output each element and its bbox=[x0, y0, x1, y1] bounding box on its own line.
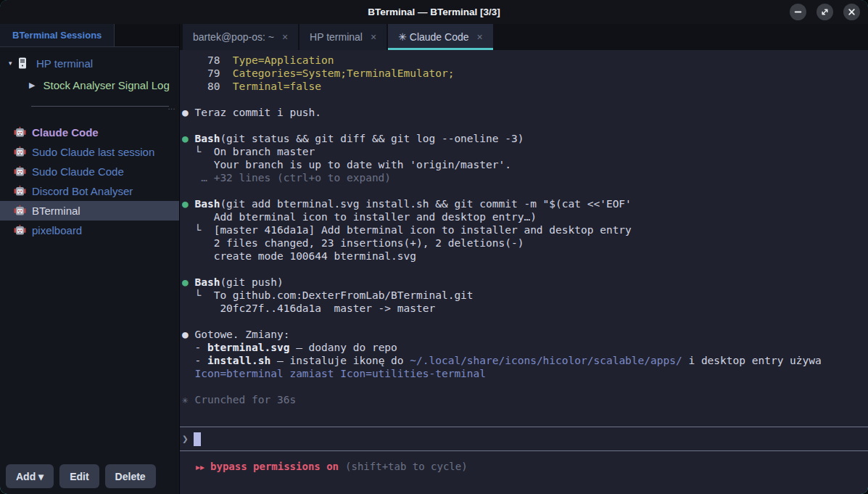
close-icon[interactable]: × bbox=[371, 31, 376, 43]
terminal-line: 80 Terminal=false bbox=[182, 80, 868, 93]
terminal-output[interactable]: 78 Type=Application 79 Categories=System… bbox=[180, 50, 868, 427]
session-label: BTerminal bbox=[32, 205, 80, 217]
terminal-line: └ On branch master bbox=[182, 145, 868, 158]
window-controls bbox=[790, 4, 860, 20]
tree-item-stock-analyser-signal-log[interactable]: ▶ Stock Analyser Signal Log bbox=[0, 74, 179, 96]
terminal-line: 2 files changed, 23 insertions(+), 2 del… bbox=[182, 236, 868, 250]
divider-line bbox=[31, 106, 169, 107]
edit-button[interactable]: Edit bbox=[59, 464, 99, 488]
session-label: Sudo Claude last session bbox=[32, 146, 154, 158]
permissions-mode-text: bypass permissions on bbox=[210, 461, 339, 472]
sessions-panel-tab[interactable]: BTerminal Sessions bbox=[0, 24, 115, 46]
text-cursor bbox=[194, 432, 201, 446]
terminal-line: Your branch is up to date with 'origin/m… bbox=[182, 158, 868, 171]
terminal-line: - install.sh — instaluje ikonę do ~/.loc… bbox=[182, 354, 868, 367]
terminal-line bbox=[182, 263, 868, 276]
window-title: BTerminal — BTerminal [3/3] bbox=[0, 7, 868, 17]
terminal-line bbox=[182, 380, 868, 393]
minimize-button[interactable] bbox=[790, 4, 806, 20]
tab-bartek-pop-os[interactable]: bartek@pop-os: ~× bbox=[183, 24, 298, 50]
terminal-line bbox=[182, 93, 868, 106]
terminal-line bbox=[182, 315, 868, 328]
prompt-input[interactable]: ❯ bbox=[180, 427, 868, 451]
session-label: Claude Code bbox=[32, 126, 99, 139]
app-window: BTerminal — BTerminal [3/3] BTerminal Se… bbox=[0, 0, 868, 494]
terminal-line: Icon=bterminal zamiast Icon=utilities-te… bbox=[182, 367, 868, 380]
double-arrow-icon: ▸▸ bbox=[196, 462, 204, 472]
session-label: pixelboard bbox=[32, 224, 82, 236]
terminal-line bbox=[182, 184, 868, 197]
content-area: bartek@pop-os: ~×HP terminal×✳ Claude Co… bbox=[180, 24, 868, 494]
terminal-line bbox=[182, 119, 868, 132]
play-icon: ▶ bbox=[29, 81, 35, 90]
terminal-line: ● Bash(git push) bbox=[182, 276, 868, 289]
tabbar: bartek@pop-os: ~×HP terminal×✳ Claude Co… bbox=[180, 24, 868, 50]
minimize-icon bbox=[794, 8, 802, 16]
robot-icon bbox=[14, 224, 26, 236]
tab-claude-code[interactable]: ✳ Claude Code× bbox=[388, 24, 493, 50]
session-item-claude-code[interactable]: Claude Code bbox=[0, 123, 179, 142]
close-button[interactable] bbox=[843, 4, 860, 20]
tree-item-label: HP terminal bbox=[36, 57, 93, 70]
sidebar-header-row: BTerminal Sessions bbox=[0, 24, 179, 47]
titlebar[interactable]: BTerminal — BTerminal [3/3] bbox=[0, 0, 868, 24]
status-bar: ▸▸bypass permissions on(shift+tab to cyc… bbox=[180, 451, 868, 494]
main-area: BTerminal Sessions ▾ HP terminal ▶ Stock… bbox=[0, 24, 868, 494]
delete-button[interactable]: Delete bbox=[105, 464, 156, 488]
session-item-pixelboard[interactable]: pixelboard bbox=[0, 221, 179, 240]
sessions-tree: ▾ HP terminal ▶ Stock Analyser Signal Lo… bbox=[0, 47, 179, 240]
terminal-line: 20fc27f..416da1a master -> master bbox=[182, 302, 868, 315]
terminal-line: create mode 100644 bterminal.svg bbox=[182, 250, 868, 263]
session-label: Sudo Claude Code bbox=[32, 165, 124, 178]
terminal-line: ● Teraz commit i push. bbox=[182, 106, 868, 119]
terminal-line: ✳ Crunched for 36s bbox=[182, 393, 868, 406]
terminal-line: 79 Categories=System;TerminalEmulator; bbox=[182, 67, 868, 80]
tab-label: ✳ Claude Code bbox=[398, 31, 468, 43]
robot-icon bbox=[14, 185, 26, 197]
robot-icon bbox=[14, 126, 26, 139]
session-list: Claude CodeSudo Claude last sessionSudo … bbox=[0, 123, 179, 240]
sidebar: BTerminal Sessions ▾ HP terminal ▶ Stock… bbox=[0, 24, 180, 494]
terminal-line: ● Gotowe. Zmiany: bbox=[182, 328, 868, 341]
robot-icon bbox=[14, 146, 26, 158]
close-icon[interactable]: × bbox=[282, 31, 288, 43]
session-item-sudo-claude-code[interactable]: Sudo Claude Code bbox=[0, 162, 179, 181]
tree-item-label: Stock Analyser Signal Log bbox=[43, 79, 169, 91]
tab-hp-terminal[interactable]: HP terminal× bbox=[299, 24, 387, 50]
tree-item-hp-terminal[interactable]: ▾ HP terminal bbox=[0, 52, 179, 74]
close-icon[interactable]: × bbox=[477, 31, 483, 43]
robot-icon bbox=[14, 205, 26, 217]
terminal-line: … +32 lines (ctrl+o to expand) bbox=[182, 171, 868, 184]
sessions-panel-title: BTerminal Sessions bbox=[12, 30, 102, 41]
maximize-icon bbox=[821, 8, 829, 16]
terminal-line: 78 Type=Application bbox=[182, 54, 868, 67]
terminal-line: └ [master 416da1a] Add bterminal icon to… bbox=[182, 223, 868, 236]
computer-icon bbox=[18, 57, 28, 69]
terminal-line: └ To github.com:DexterFromLab/BTerminal.… bbox=[182, 289, 868, 302]
more-dots-icon[interactable]: … bbox=[168, 102, 176, 111]
prompt-chevron-icon: ❯ bbox=[182, 433, 189, 445]
session-item-bterminal[interactable]: BTerminal bbox=[0, 201, 179, 221]
chevron-down-icon[interactable]: ▾ bbox=[9, 59, 18, 67]
tab-label: HP terminal bbox=[310, 31, 363, 43]
sessions-divider: … bbox=[0, 100, 179, 118]
add-button[interactable]: Add ▾ bbox=[6, 464, 54, 488]
close-icon bbox=[848, 8, 856, 16]
robot-icon bbox=[14, 165, 26, 178]
session-label: Discord Bot Analyser bbox=[32, 185, 133, 197]
terminal-line: Add bterminal icon to installer and desk… bbox=[182, 210, 868, 223]
permissions-mode-hint: (shift+tab to cycle) bbox=[345, 461, 468, 472]
terminal-line: - bterminal.svg — dodany do repo bbox=[182, 341, 868, 354]
sidebar-footer: Add ▾EditDelete bbox=[0, 464, 179, 494]
maximize-button[interactable] bbox=[817, 4, 833, 20]
terminal-line: ● Bash(git status && git diff && git log… bbox=[182, 132, 868, 145]
session-item-discord-bot-analyser[interactable]: Discord Bot Analyser bbox=[0, 181, 179, 201]
tab-label: bartek@pop-os: ~ bbox=[193, 31, 274, 43]
terminal-line: ● Bash(git add bterminal.svg install.sh … bbox=[182, 197, 868, 210]
session-item-sudo-claude-last-session[interactable]: Sudo Claude last session bbox=[0, 142, 179, 162]
